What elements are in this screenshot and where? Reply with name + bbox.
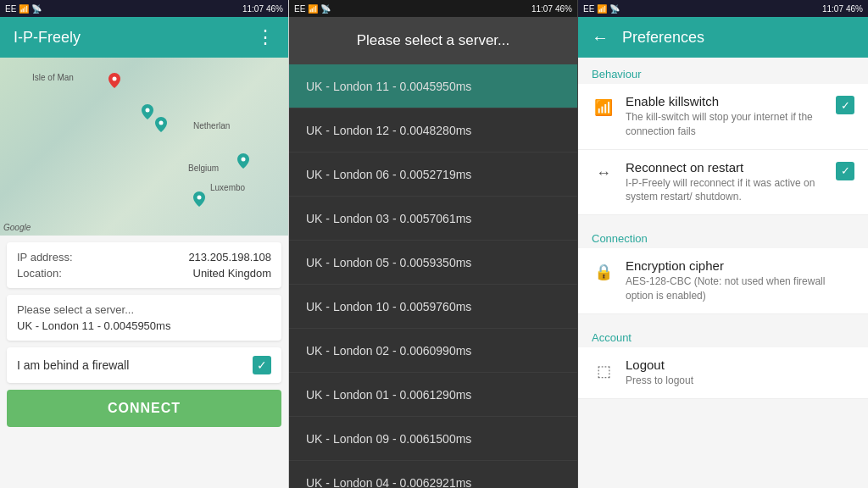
panel-preferences: EE 📶 📡 11:07 46% ← Preferences Behaviour… [578, 0, 868, 488]
map-label-netherlands: Netherlan [193, 121, 230, 130]
status-left-2: EE 📶 📡 [294, 4, 331, 14]
logout-desc: Press to logout [626, 374, 854, 388]
server-item-text-4: UK - London 05 - 0.0059350ms [306, 256, 471, 269]
battery-text: 46% [266, 4, 283, 14]
location-label: Location: [17, 267, 62, 280]
server-item-text-3: UK - London 03 - 0.0057061ms [306, 212, 471, 225]
server-item-8[interactable]: UK - London 09 - 0.0061500ms [289, 417, 577, 461]
preferences-content: Behaviour 📶 Enable killswitch The kill-s… [578, 58, 868, 488]
killswitch-checkbox[interactable]: ✓ [836, 96, 854, 114]
firewall-option[interactable]: I am behind a firewall ✓ [7, 347, 281, 383]
killswitch-desc: The kill-switch will stop your internet … [626, 110, 826, 139]
map-pin-2 [142, 104, 153, 119]
server-item-text-1: UK - London 12 - 0.0048280ms [306, 124, 471, 137]
svg-point-2 [159, 121, 164, 125]
svg-point-3 [242, 158, 246, 162]
server-list-title: Please select a server... [357, 32, 509, 49]
preferences-title: Preferences [622, 29, 704, 47]
map-pin-5 [193, 191, 205, 207]
server-item-text-6: UK - London 02 - 0.0060990ms [306, 344, 471, 358]
carrier-text: EE [5, 4, 16, 14]
map-label-luxembourg: Luxembo [210, 183, 245, 192]
reconnect-title: Reconnect on restart [626, 160, 826, 175]
server-item-text-9: UK - London 04 - 0.0062921ms [306, 476, 471, 489]
server-item-2[interactable]: UK - London 06 - 0.0052719ms [289, 152, 577, 197]
encryption-desc: AES-128-CBC (Note: not used when firewal… [626, 274, 854, 303]
firewall-label: I am behind a firewall [17, 358, 129, 372]
map-label-isle-of-man: Isle of Man [32, 73, 74, 82]
server-selected-value: UK - London 11 - 0.0045950ms [17, 319, 271, 332]
wifi-icon-2: 📡 [320, 4, 331, 14]
killswitch-item[interactable]: 📶 Enable killswitch The kill-switch will… [578, 84, 868, 150]
server-item-text-5: UK - London 10 - 0.0059760ms [306, 300, 471, 313]
app-bar-1: I-P-Freely ⋮ [0, 17, 288, 58]
signal-icon-2: 📶 [308, 4, 318, 14]
signal-icon: 📶 [19, 4, 29, 14]
killswitch-title: Enable killswitch [626, 94, 826, 108]
ip-label: IP address: [17, 251, 73, 263]
encryption-item[interactable]: 🔒 Encryption cipher AES-128-CBC (Note: n… [578, 248, 868, 314]
signal-icon-3: 📶 [597, 4, 607, 14]
logout-title: Logout [626, 358, 854, 372]
server-item-3[interactable]: UK - London 03 - 0.0057061ms [289, 197, 577, 241]
map-pin-4 [237, 153, 249, 169]
status-left-3: EE 📶 📡 [583, 4, 620, 14]
status-right: 11:07 46% [242, 4, 283, 14]
killswitch-text: Enable killswitch The kill-switch will s… [626, 94, 826, 139]
panel-server-list: EE 📶 📡 11:07 46% Please select a server.… [289, 0, 578, 488]
status-left: EE 📶 📡 [5, 4, 42, 14]
back-button[interactable]: ← [592, 28, 609, 47]
logout-item[interactable]: ⬚ Logout Press to logout [578, 347, 868, 399]
ip-value: 213.205.198.108 [188, 251, 271, 263]
app-title: I-P-Freely [14, 29, 81, 47]
server-item-9[interactable]: UK - London 04 - 0.0062921ms [289, 461, 577, 488]
reconnect-item[interactable]: ↔ Reconnect on restart I-P-Freely will r… [578, 150, 868, 216]
server-item-text-0: UK - London 11 - 0.0045950ms [306, 80, 471, 93]
logout-icon: ⬚ [592, 359, 615, 383]
server-item-7[interactable]: UK - London 01 - 0.0061290ms [289, 373, 577, 417]
server-list-header: Please select a server... [289, 17, 577, 64]
section-behaviour: Behaviour [578, 58, 868, 84]
location-value: United Kingdom [193, 267, 272, 280]
logout-text: Logout Press to logout [626, 358, 854, 388]
status-bar-2: EE 📶 📡 11:07 46% [289, 0, 577, 17]
section-account: Account [578, 321, 868, 347]
encryption-text: Encryption cipher AES-128-CBC (Note: not… [626, 258, 854, 303]
google-logo: Google [3, 223, 31, 232]
carrier-text-2: EE [294, 4, 305, 14]
carrier-text-3: EE [583, 4, 594, 14]
status-bar-3: EE 📶 📡 11:07 46% [578, 0, 868, 17]
preferences-app-bar: ← Preferences [578, 17, 868, 58]
time-text: 11:07 [242, 4, 264, 14]
map-background: Isle of Man Netherlan Belgium Luxembo Go… [0, 58, 288, 236]
section-gap-1 [578, 215, 868, 222]
connect-button[interactable]: CONNECT [7, 390, 281, 427]
battery-text-2: 46% [555, 4, 572, 14]
location-row: Location: United Kingdom [17, 265, 271, 281]
server-item-1[interactable]: UK - London 12 - 0.0048280ms [289, 108, 577, 152]
map-pin-1 [108, 73, 120, 88]
reconnect-checkbox[interactable]: ✓ [836, 162, 854, 180]
server-selector[interactable]: Please select a server... UK - London 11… [7, 295, 281, 341]
server-item-text-2: UK - London 06 - 0.0052719ms [306, 168, 471, 181]
encryption-icon: 🔒 [592, 260, 615, 284]
panel-main: EE 📶 📡 11:07 46% I-P-Freely ⋮ Isle of Ma… [0, 0, 289, 488]
svg-point-0 [113, 77, 117, 81]
time-text-3: 11:07 [822, 4, 843, 14]
svg-point-1 [146, 108, 150, 113]
section-connection: Connection [578, 222, 868, 248]
encryption-title: Encryption cipher [626, 258, 854, 273]
server-item-text-7: UK - London 01 - 0.0061290ms [306, 388, 471, 402]
server-item-5[interactable]: UK - London 10 - 0.0059760ms [289, 285, 577, 329]
server-item-6[interactable]: UK - London 02 - 0.0060990ms [289, 329, 577, 373]
server-item-4[interactable]: UK - London 05 - 0.0059350ms [289, 241, 577, 285]
server-item-0[interactable]: UK - London 11 - 0.0045950ms [289, 64, 577, 108]
ip-row: IP address: 213.205.198.108 [17, 249, 271, 265]
status-right-2: 11:07 46% [531, 4, 572, 14]
menu-icon[interactable]: ⋮ [256, 26, 275, 48]
map-view: Isle of Man Netherlan Belgium Luxembo Go… [0, 58, 288, 236]
status-bar-1: EE 📶 📡 11:07 46% [0, 0, 288, 17]
wifi-icon-3: 📡 [609, 4, 620, 14]
firewall-checkbox[interactable]: ✓ [253, 356, 271, 374]
time-text-2: 11:07 [531, 4, 553, 14]
